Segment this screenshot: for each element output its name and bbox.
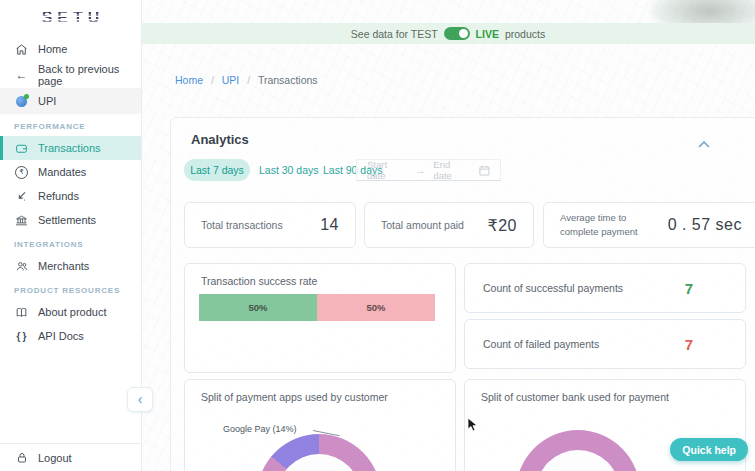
refund-arrow-icon — [14, 190, 29, 203]
stat-average-payment-time: Average time to complete payment 0 . 57 … — [543, 202, 755, 248]
stat-label: Average time to complete payment — [560, 211, 652, 239]
banner-text-prefix: See data for TEST — [351, 28, 438, 40]
sidebar-item-label: Merchants — [38, 260, 89, 272]
sidebar-item-refunds[interactable]: Refunds — [0, 184, 141, 208]
people-icon — [14, 260, 29, 273]
braces-icon: { } — [14, 331, 29, 342]
breadcrumb-separator: / — [211, 74, 214, 86]
breadcrumb: Home / UPI / Transactions — [175, 74, 318, 86]
app-window: See data for TEST LIVE products Home / U… — [0, 0, 755, 471]
banner-live-label: LIVE — [476, 28, 499, 40]
book-icon — [14, 306, 29, 319]
payment-apps-split-card: Split of payment apps used by customer G… — [184, 379, 456, 471]
logout-row: Logout — [0, 443, 141, 471]
stat-label: Total transactions — [201, 219, 283, 231]
sidebar-collapse-button[interactable]: ‹ — [127, 387, 153, 412]
calendar-icon — [479, 165, 490, 176]
sidebar-item-label: Home — [38, 43, 67, 55]
home-icon — [14, 43, 29, 56]
sidebar-item-label: Mandates — [38, 166, 86, 178]
arrow-right-icon: → — [416, 165, 426, 176]
test-live-toggle[interactable] — [444, 27, 470, 40]
tab-last-7-days[interactable]: Last 7 days — [184, 159, 250, 181]
sidebar-item-label: API Docs — [38, 330, 84, 342]
breadcrumb-home-link[interactable]: Home — [175, 74, 203, 86]
count-value: 7 — [685, 280, 693, 297]
breadcrumb-current: Transactions — [258, 74, 318, 86]
sidebar-item-label: Refunds — [38, 190, 79, 202]
stat-value: 14 — [320, 216, 339, 234]
count-failed-payments-card: Count of failed payments 7 — [464, 319, 746, 369]
end-date-placeholder: End date — [433, 159, 471, 181]
logo[interactable]: SETU — [0, 0, 141, 36]
start-date-placeholder: Start date — [367, 159, 408, 181]
lock-icon — [14, 452, 29, 464]
sidebar-item-settlements[interactable]: Settlements — [0, 208, 141, 232]
sidebar-item-about-product[interactable]: About product — [0, 300, 141, 324]
sidebar-item-label: Transactions — [38, 142, 101, 154]
chart-title: Split of payment apps used by customer — [201, 389, 396, 405]
sidebar-item-transactions[interactable]: Transactions — [0, 136, 141, 160]
analytics-panel: Analytics Last 7 days Last 30 days Last … — [170, 117, 755, 471]
sidebar: SETU Home ← Back to previous page UPI PE… — [0, 0, 142, 471]
breadcrumb-upi-link[interactable]: UPI — [222, 74, 240, 86]
wallet-icon — [14, 142, 29, 155]
stat-total-transactions: Total transactions 14 — [184, 202, 356, 248]
quick-help-button[interactable]: Quick help — [670, 438, 748, 461]
donut-callout-label: Google Pay (14%) — [223, 424, 297, 434]
count-label: Count of failed payments — [483, 338, 599, 350]
transaction-success-rate-card: Transaction success rate 50% 50% — [184, 263, 456, 373]
upi-product-icon — [14, 96, 29, 107]
sidebar-item-mandates[interactable]: ₹ Mandates — [0, 160, 141, 184]
sidebar-item-back[interactable]: ← Back to previous page — [0, 62, 141, 88]
breadcrumb-separator: / — [247, 74, 250, 86]
sidebar-item-merchants[interactable]: Merchants — [0, 254, 141, 278]
main-content: See data for TEST LIVE products Home / U… — [141, 0, 755, 471]
date-filter-tabs: Last 7 days Last 30 days Last 90 days St… — [171, 159, 755, 181]
count-value: 7 — [685, 336, 693, 353]
count-successful-payments-card: Count of successful payments 7 — [464, 263, 746, 313]
success-segment: 50% — [199, 294, 317, 321]
analytics-title: Analytics — [191, 132, 249, 147]
stat-total-amount-paid: Total amount paid ₹20 — [364, 202, 534, 248]
payment-apps-donut-chart — [257, 434, 381, 471]
chevron-up-icon — [698, 141, 710, 148]
sidebar-item-api-docs[interactable]: { } API Docs — [0, 324, 141, 348]
customer-bank-donut-chart — [516, 430, 640, 471]
arrow-left-icon: ← — [14, 68, 29, 82]
sidebar-item-upi[interactable]: UPI — [0, 88, 141, 114]
sidebar-item-logout[interactable]: Logout — [0, 444, 72, 471]
setu-logo-text: SETU — [37, 9, 105, 27]
sidebar-section-performance: PERFORMANCE — [0, 114, 141, 136]
date-range-input[interactable]: Start date → End date — [356, 159, 501, 181]
collapse-panel-button[interactable] — [698, 134, 710, 152]
sidebar-item-label: UPI — [38, 95, 56, 107]
stat-value: 0 . 57 sec — [668, 216, 742, 234]
chart-title: Split of customer bank used for payment — [481, 389, 676, 405]
sidebar-item-label: Back to previous page — [38, 63, 141, 87]
sidebar-item-label: Logout — [38, 452, 72, 464]
sidebar-section-integrations: INTEGRATIONS — [0, 232, 141, 254]
success-rate-bar: 50% 50% — [199, 294, 435, 321]
stat-value: ₹20 — [488, 216, 517, 235]
sidebar-item-home[interactable]: Home — [0, 36, 141, 62]
chart-title: Transaction success rate — [201, 275, 317, 287]
rupee-circle-icon: ₹ — [14, 166, 29, 179]
sidebar-item-label: Settlements — [38, 214, 96, 226]
environment-banner: See data for TEST LIVE products — [141, 23, 755, 44]
stat-label: Total amount paid — [381, 219, 464, 231]
sidebar-item-label: About product — [38, 306, 107, 318]
banner-text-suffix: products — [505, 28, 545, 40]
sidebar-section-product-resources: PRODUCT RESOURCES — [0, 278, 141, 300]
tab-last-30-days[interactable]: Last 30 days — [259, 159, 319, 181]
toggle-knob — [459, 29, 468, 38]
failure-segment: 50% — [317, 294, 435, 321]
bank-icon — [14, 214, 29, 227]
count-label: Count of successful payments — [483, 282, 623, 294]
